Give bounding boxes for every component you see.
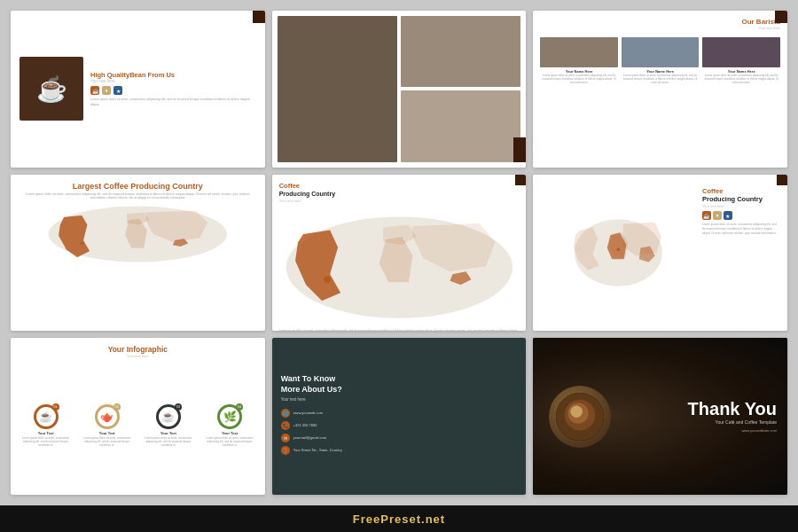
item-1-label: Your Text [38,431,54,435]
world-map [20,203,256,265]
slide-subtitle: Your text here [90,79,256,83]
thank-you-heading: Thank You [688,400,777,418]
slide-our-barista: Our Barista Your text here Your Name Her… [533,11,787,168]
corner-decoration [253,11,265,23]
baristas-list: Your Name Here Lorem ipsum dolor sit ame… [540,37,780,85]
slide-largest-coffee-full: Largest Coffee Producing Country Lorem i… [11,175,265,332]
infograph-item-1: ☕ 01 Your Text Lorem ipsum dolor sit ame… [18,404,74,448]
contact-web: 🌐 www.yourweb.com [281,409,518,418]
coffee-cup-icon: ☕ [36,74,67,104]
infograph-item-2: 🫖 02 Your Text Lorem ipsum dolor sit ame… [79,404,135,448]
slide-body: Lorem ipsum dolor sit amet, consectetur … [20,192,256,200]
photo-3 [401,90,520,161]
slide-body: Lorem ipsum dolor sit amet, consectetur … [702,223,780,235]
corner-decoration [775,11,787,23]
contact-phone: 📞 +321 456 7890 [281,421,518,430]
contact-email: ✉ yourmail@gmail.com [281,434,518,442]
map-container [279,206,520,329]
thank-you-content: Thank You Your Café and Coffee Template … [688,400,777,433]
coffee-cup-decoration [549,386,611,448]
slide-title: Want To KnowMore About Us? [281,374,518,395]
item-3-label: Your Text [160,431,176,435]
slide-title: Largest Coffee Producing Country [20,182,256,191]
map-col [540,182,697,325]
banner-text: FreePreset.net [353,512,445,526]
slide-thank-you: Thank You Your Café and Coffee Template … [533,338,787,495]
icon-row: ☕ ♦ ★ [702,211,780,220]
slide-subtitle: Your text here [702,204,780,208]
barista-1-text: Lorem ipsum dolor sit amet, consectetur … [540,74,618,85]
content-col: Coffee Producing Country Your text here … [702,182,780,325]
slide-title: Your Infographic [18,345,258,354]
thank-you-website: www.yourwebsite.com [688,428,777,433]
corner-decoration [515,175,526,185]
circle-1: ☕ 01 [34,404,59,429]
item-1-text: Lorem ipsum dolor sit amet, consectetur … [18,436,74,448]
slide-largest-coffee-right: Coffee Producing Country Your text here … [533,175,787,332]
circle-4: 🌿 04 [217,404,242,429]
barista-3: Your Name Here Lorem ipsum dolor sit ame… [702,37,780,85]
barista-2: Your Name Here Lorem ipsum dolor sit ame… [622,37,700,85]
icon-star[interactable]: ★ [113,86,122,95]
email-text: yourmail@gmail.com [293,435,326,440]
icon-3[interactable]: ★ [724,211,732,220]
slide-header: Our Barista Your text here [540,18,780,30]
slide-title: High QualityBean From Us [90,71,256,80]
circle-2: 🫖 02 [95,404,120,429]
coffee-cup-image: ☕ [20,57,83,121]
slide-title: Our Barista [540,18,780,26]
item-2-label: Your Text [99,431,115,435]
slide-subtitle: Your text here [540,26,780,30]
slide-photo-collage [272,11,527,168]
phone-icon: 📞 [281,421,290,430]
slide-content: High QualityBean From Us Your text here … [90,71,256,107]
slide-subtitle: Your text here [18,354,258,358]
web-text: www.yourweb.com [293,411,323,415]
dot-2: 02 [113,403,121,411]
infograph-item-4: 🌿 04 Your Text Lorem ipsum dolor sit ame… [202,404,258,448]
infographic-items: ☕ 01 Your Text Lorem ipsum dolor sit ame… [18,364,258,488]
slide-body: Lorem ipsum dolor sit amet, consectetur … [279,329,520,331]
slide-subtitle: Your text here [281,397,518,402]
photo-2 [401,16,520,87]
slide-largest-coffee-mid: Coffee Producing Country Your text here … [272,175,527,332]
barista-2-text: Lorem ipsum dolor sit amet, consectetur … [622,74,700,85]
slide-infographic: Your Infographic Your text here ☕ 01 You… [11,338,265,495]
item-2-text: Lorem ipsum dolor sit amet, consectetur … [79,436,135,448]
dot-3: 03 [175,403,182,411]
barista-2-image [622,37,700,67]
slide-body: Lorem ipsum dolor sit amet, consectetur … [90,98,256,107]
barista-3-image [702,37,780,67]
item-4-text: Lorem ipsum dolor sit amet, consectetur … [202,436,258,448]
email-icon: ✉ [281,434,290,442]
circle-3: ☕ 03 [156,404,181,429]
web-icon: 🌐 [281,409,290,418]
svg-point-1 [81,241,84,245]
svg-point-10 [571,405,583,418]
item-3-text: Lorem ipsum dolor sit amet, consectetur … [140,436,196,448]
barista-1-image [540,37,618,67]
photo-1 [278,16,397,162]
slide-title: Coffee Producing Country [279,182,520,200]
barista-3-text: Lorem ipsum dolor sit amet, consectetur … [702,74,780,85]
icon-diamond[interactable]: ♦ [102,86,111,95]
icon-coffee[interactable]: ☕ [90,86,99,95]
svg-point-5 [617,248,621,252]
infograph-item-3: ☕ 03 Your Text Lorem ipsum dolor sit ame… [140,404,196,448]
item-4-label: Your Text [222,431,238,435]
slide-icons: ☕ ♦ ★ [90,86,256,95]
phone-text: +321 456 7890 [293,423,317,427]
location-icon: 📍 [281,446,290,455]
dot-1: 01 [52,403,59,411]
barista-1: Your Name Here Lorem ipsum dolor sit ame… [540,37,618,85]
svg-point-3 [324,277,331,284]
slides-grid: ☕ High QualityBean From Us Your text her… [0,0,798,505]
icon-2[interactable]: ♦ [713,211,722,220]
slide-high-quality-bean: ☕ High QualityBean From Us Your text her… [11,11,265,168]
slide-subtitle: Your text here [279,199,520,203]
dot-4: 04 [236,403,243,411]
thank-you-tagline: Your Café and Coffee Template [688,419,777,425]
address-text: Your Street No., State, Country [293,448,342,452]
icon-1[interactable]: ☕ [702,211,711,220]
freepreset-banner: FreePreset.net [0,505,798,532]
